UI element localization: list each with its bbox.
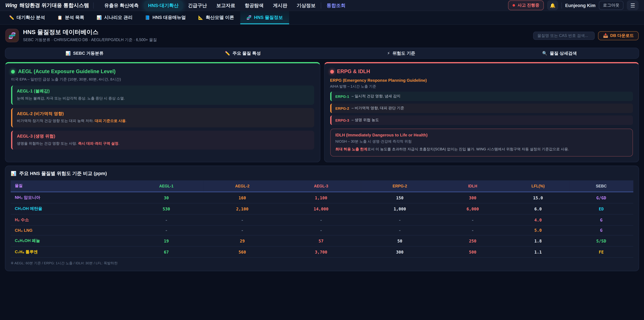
section-tab-label: 위험도 기준 — [392, 50, 415, 56]
user-name: Eunjeong Kim — [565, 3, 596, 8]
cell-value: - — [241, 228, 244, 233]
substance-name: H₂ 수소 — [15, 217, 29, 222]
section-tab-sebc[interactable]: 📊 SEBC 거동분류 — [5, 48, 164, 58]
notifications-button[interactable]: 🔔 — [547, 0, 558, 10]
erpg-heading: ERPG (Emergency Response Planning Guidel… — [330, 78, 633, 83]
substance-name-cell: CH₃OH 메탄올 — [11, 203, 129, 214]
nav-item-weather[interactable]: 기상정보 — [292, 1, 320, 10]
subtab-label: HNS 물질정보 — [254, 14, 283, 20]
search-icon: 🔍 — [542, 51, 548, 56]
table-cell: - — [281, 225, 361, 235]
substance-name-cell: C₆H₅OH 페놀 — [11, 235, 129, 246]
cell-value: - — [472, 218, 474, 222]
app-title: 해양환경 위기대응 통합시스템 — [20, 2, 89, 9]
table-cell: 500 — [438, 246, 507, 258]
table-cell: 1,000 — [361, 203, 438, 214]
table-cell: 19 — [129, 235, 204, 246]
cell-value: - — [399, 218, 401, 222]
sebc-code: S/SD — [596, 239, 606, 243]
erpg-3-description: – 생명 위협 농도 — [352, 117, 379, 123]
subtab-hns-manual[interactable]: 📘 HNS 대응매뉴얼 — [139, 11, 192, 24]
col-header-substance: 물질 — [11, 181, 129, 192]
col-header-idlh: IDLH — [438, 181, 507, 192]
sebc-code: G — [600, 218, 602, 222]
page-header: 🧬 HNS 물질정보 데이터베이스 SEBC 거동분류 · CHRIS/CAME… — [0, 25, 644, 46]
subtab-analysis-list[interactable]: 📋 분석 목록 — [51, 11, 90, 24]
divider — [93, 2, 94, 9]
top-bar-right: 사고 진행중 🔔 Eunjeong Kim 로그아웃 ☰ — [508, 0, 639, 10]
subtab-label: 대기확산 분석 — [16, 14, 45, 20]
col-header-sebc: SEBC — [569, 181, 634, 192]
idlh-box: IDLH (Immediately Dangerous to Life or H… — [330, 129, 633, 157]
subtab-label: HNS 대응매뉴얼 — [152, 14, 186, 20]
substance-name: CH₄ LNG — [15, 228, 32, 233]
subtab-scenario-management[interactable]: 📊 시나리오 관리 — [90, 11, 139, 24]
section-tab-strip: 📊 SEBC 거동분류 ✏️ 주요 물질 특성 ⚡ 위험도 기준 🔍 물질 상세… — [5, 48, 639, 59]
table-header-row: 물질 AEGL-1 AEGL-2 AEGL-3 ERPG-2 IDLH LFL(… — [11, 181, 634, 192]
dna-icon: 🧬 — [246, 15, 252, 20]
table-cell: 15.0 — [507, 192, 569, 203]
db-download-label: DB 다운로드 — [610, 33, 634, 39]
erpg-3-row: ERPG-3 – 생명 위협 농도 — [330, 115, 633, 125]
col-header-erpg2: ERPG-2 — [361, 181, 438, 192]
sub-tab-bar: ✏️ 대기확산 분석 📋 분석 목록 📊 시나리오 관리 📘 HNS 대응매뉴얼… — [0, 11, 644, 25]
section-tab-properties[interactable]: ✏️ 주요 물질 특성 — [164, 48, 322, 58]
table-cell: S/SD — [569, 235, 634, 246]
nav-item-reports[interactable]: 보고자료 — [212, 1, 239, 10]
desc-text: 비가역적·장기적 건강 영향 또는 대피 능력 저하. — [17, 119, 94, 123]
subtab-dispersion-analysis[interactable]: ✏️ 대기확산 분석 — [3, 11, 51, 24]
table-row-hydrogen: H₂ 수소 - - - - - 4.0 G — [11, 214, 634, 225]
db-download-button[interactable]: 📥 DB 다운로드 — [598, 31, 639, 40]
table-cell: 1.1 — [507, 246, 569, 258]
logout-button[interactable]: 로그아웃 — [599, 1, 624, 10]
book-icon: 📘 — [145, 15, 150, 20]
table-row-toluene: C₇H₈ 톨루엔 67 560 3,700 300 500 1.1 FE — [11, 246, 634, 258]
hamburger-menu-button[interactable]: ☰ — [627, 0, 639, 10]
menu-icon: ☰ — [630, 2, 635, 9]
cell-value: 250 — [469, 239, 476, 243]
table-cell: 1,100 — [281, 192, 361, 203]
nav-item-rescue[interactable]: 긴급구난 — [184, 1, 211, 10]
col-header-label: LFL(%) — [532, 184, 545, 188]
section-tab-label: 물질 상세검색 — [550, 50, 577, 56]
nav-item-hns-dispersion[interactable]: HNS·대기확산 — [144, 1, 183, 10]
idlh-body-text: 로서 이 농도를 초과하면 자급식 호흡장치(SCBA) 없이는 진입 불가. … — [367, 147, 569, 151]
cell-value: 3,700 — [315, 250, 327, 254]
nav-item-aerial-search[interactable]: 항공탐색 — [240, 1, 268, 10]
nav-item-integrated-query[interactable]: 통합조회 — [322, 1, 350, 10]
col-header-label: AEGL-1 — [159, 184, 174, 188]
cell-value: 500 — [469, 250, 476, 254]
subtab-model-theory[interactable]: 📐 확산모델 이론 — [192, 11, 240, 24]
table-cell: - — [438, 214, 507, 225]
table-cell: G — [569, 225, 634, 235]
cell-value: 67 — [164, 250, 169, 254]
section-tab-risk-criteria[interactable]: ⚡ 위험도 기준 — [322, 48, 480, 58]
nav-item-oil-spill[interactable]: 유출유 확산예측 — [100, 1, 143, 10]
cell-value: 19 — [164, 239, 169, 243]
section-tab-detail-search[interactable]: 🔍 물질 상세검색 — [480, 48, 639, 58]
nav-item-board[interactable]: 게시판 — [269, 1, 291, 10]
idlh-description: 최대 허용 노출 한계로서 이 농도를 초과하면 자급식 호흡장치(SCBA) … — [336, 147, 628, 152]
aegl-2-title: AEGL-2 (비가역적 영향) — [17, 111, 310, 117]
col-header-aegl3: AEGL-3 — [281, 181, 361, 192]
erpg-2-row: ERPG-2 – 비가역적 영향, 대피 판단 기준 — [330, 104, 633, 113]
cell-value: 160 — [239, 195, 246, 200]
erpg-1-label: ERPG-1 — [336, 94, 349, 98]
aegl-2-description: 비가역적·장기적 건강 영향 또는 대피 능력 저하. 대피 기준으로 사용. — [17, 118, 310, 124]
table-cell: 29 — [204, 235, 281, 246]
table-cell: FE — [569, 246, 634, 258]
desc-tail: . — [118, 141, 120, 145]
table-cell: - — [361, 225, 438, 235]
erpg-2-label: ERPG-2 — [336, 106, 349, 110]
substance-search-input[interactable] — [533, 31, 595, 40]
aegl-1-description: 눈에 띄는 불쾌감, 자극 또는 비감각적 증상. 노출 중단 시 증상 소멸. — [17, 96, 310, 101]
criteria-panels: AEGL (Acute Exposure Guideline Level) 미국… — [5, 62, 639, 162]
table-cell: - — [281, 214, 361, 225]
subtab-hns-substance-info[interactable]: 🧬 HNS 물질정보 — [240, 11, 289, 24]
green-dot-icon — [11, 70, 15, 73]
hns-risk-table: 물질 AEGL-1 AEGL-2 AEGL-3 ERPG-2 IDLH LFL(… — [11, 181, 634, 258]
app-root: Wing 해양환경 위기대응 통합시스템 유출유 확산예측 HNS·대기확산 긴… — [0, 0, 644, 320]
subtab-label: 시나리오 관리 — [104, 14, 132, 20]
cell-value: 4.0 — [534, 218, 542, 222]
aegl-3-card: AEGL-3 (생명 위협) 생명을 위협하는 건강 영향 또는 사망. 즉시 … — [11, 131, 314, 150]
